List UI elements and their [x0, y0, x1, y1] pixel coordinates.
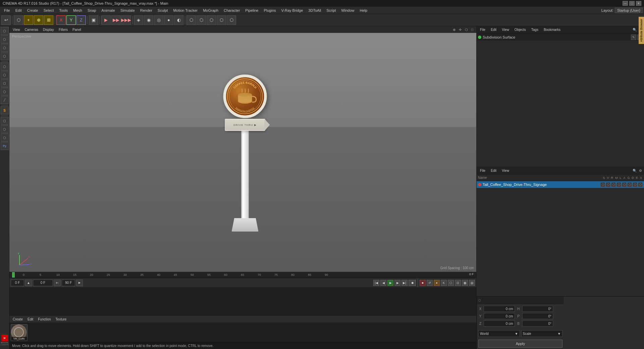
- frame-end-btn[interactable]: ▶|: [54, 280, 61, 286]
- close-button[interactable]: ✕: [636, 1, 641, 6]
- sidebar-tool-1[interactable]: ⬡: [1, 27, 9, 35]
- y-axis-button[interactable]: Y: [66, 15, 76, 25]
- menu-simulate[interactable]: Simulate: [118, 8, 138, 13]
- menu-script[interactable]: Script: [324, 8, 338, 13]
- move-button[interactable]: ⊕: [34, 15, 43, 25]
- vp-menu-panel[interactable]: Panel: [70, 27, 83, 32]
- menu-3dtoall[interactable]: 3DToAll: [306, 8, 324, 13]
- render-viewport-button[interactable]: ▶▶: [111, 15, 121, 25]
- panel-file-menu[interactable]: File: [478, 27, 487, 32]
- obj-icon-2[interactable]: ⬡: [606, 182, 610, 187]
- objects-edit-menu[interactable]: Edit: [489, 168, 498, 173]
- maximize-button[interactable]: □: [629, 1, 635, 6]
- timeline-start-marker[interactable]: [12, 272, 15, 278]
- sidebar-tool-s[interactable]: S: [1, 106, 9, 114]
- menu-vray[interactable]: V-Ray Bridge: [279, 8, 306, 13]
- sidebar-tool-8[interactable]: ⬡: [1, 88, 9, 96]
- vp-icon-1[interactable]: ⊕: [451, 27, 457, 32]
- objects-file-menu[interactable]: File: [478, 168, 487, 173]
- stop-button[interactable]: ■: [420, 280, 426, 286]
- timeline-keyframe-area[interactable]: [9, 287, 476, 315]
- coord-mode-dropdown[interactable]: Scale ▼: [521, 330, 563, 337]
- obj-icon-5[interactable]: ⬡: [622, 182, 627, 187]
- record-button[interactable]: ⏺: [409, 280, 416, 286]
- coords-panel-toggle[interactable]: ⬡: [478, 299, 481, 302]
- end-frame-field[interactable]: 90 F: [62, 280, 75, 286]
- coord-z-pos-field[interactable]: 0 cm: [484, 320, 515, 327]
- sidebar-tool-3[interactable]: ⬡: [1, 44, 9, 52]
- menu-edit[interactable]: Edit: [13, 8, 24, 13]
- attribute-browser-tab[interactable]: Attribute Browser: [639, 17, 644, 44]
- coord-system-dropdown[interactable]: World ▼: [478, 330, 520, 337]
- object-row-main[interactable]: Tall_Coffee_Shop_Drive-Thru_Signage ⬡ ⬡ …: [477, 181, 644, 188]
- frame-end-adj[interactable]: ▶: [76, 280, 83, 286]
- undo-button[interactable]: ↩: [1, 15, 11, 25]
- sidebar-tool-7[interactable]: ⬡: [1, 79, 9, 87]
- display-mode-1[interactable]: ◈: [134, 15, 143, 25]
- render-region-button[interactable]: ▶: [101, 15, 111, 25]
- menu-mesh[interactable]: Mesh: [70, 8, 85, 13]
- sidebar-tool-paint[interactable]: ⬡: [1, 117, 9, 125]
- timeline-layout-button[interactable]: ▤: [469, 280, 475, 286]
- obj-icon-3[interactable]: ⬡: [611, 182, 616, 187]
- mat-menu-function[interactable]: Function: [36, 317, 53, 322]
- workplane-button[interactable]: ⬡: [207, 15, 216, 25]
- obj-icon-8[interactable]: ⬡: [638, 182, 643, 187]
- vp-icon-maximize[interactable]: □: [470, 27, 475, 32]
- obj-icon-1[interactable]: ⬡: [600, 182, 605, 187]
- coord-p-field[interactable]: 0°: [522, 313, 553, 319]
- panel-edit-menu[interactable]: Edit: [489, 27, 498, 32]
- sidebar-tool-sculpt[interactable]: ⬡: [1, 125, 9, 133]
- vp-menu-view[interactable]: View: [11, 27, 22, 32]
- display-mode-3[interactable]: ◎: [154, 15, 163, 25]
- layout-selector[interactable]: Layout: Startup (User): [601, 8, 643, 13]
- z-axis-button[interactable]: Z: [76, 15, 86, 25]
- menu-plugins[interactable]: Plugins: [261, 8, 278, 13]
- loop-button[interactable]: ↺: [427, 280, 433, 286]
- panel-bookmarks-menu[interactable]: Bookmarks: [542, 27, 562, 32]
- x-axis-button[interactable]: X: [56, 15, 66, 25]
- coord-y-pos-field[interactable]: 0 cm: [484, 313, 515, 319]
- obj-icon-7[interactable]: ⬡: [633, 182, 637, 187]
- sidebar-tool-6[interactable]: ⬡: [1, 71, 9, 79]
- scale-button[interactable]: ⊞: [44, 15, 53, 25]
- panel-objects-menu[interactable]: Objects: [513, 27, 528, 32]
- material-slot-1[interactable]: VR_Coffe: [11, 324, 28, 341]
- menu-file[interactable]: File: [1, 8, 13, 13]
- viewport[interactable]: View Cameras Display Filters Panel ⊕ ✢ ⬡…: [9, 26, 476, 272]
- mat-menu-create[interactable]: Create: [11, 317, 25, 322]
- menu-mograph[interactable]: MoGraph: [200, 8, 221, 13]
- panel-search-icon[interactable]: 🔍: [632, 27, 637, 32]
- timeline-settings-button[interactable]: ⬡: [448, 280, 454, 286]
- sidebar-tool-mix[interactable]: ⬡: [1, 134, 9, 142]
- menu-motion-tracker[interactable]: Motion Tracker: [170, 8, 200, 13]
- sidebar-tool-python[interactable]: Py: [1, 142, 9, 150]
- record-all-button[interactable]: ●: [434, 280, 440, 286]
- menu-render[interactable]: Render: [138, 8, 155, 13]
- menu-character[interactable]: Character: [221, 8, 243, 13]
- menu-window[interactable]: Window: [338, 8, 357, 13]
- timeline-options-button[interactable]: ⊡: [455, 280, 461, 286]
- mat-menu-edit[interactable]: Edit: [25, 317, 35, 322]
- sidebar-tool-4[interactable]: ⬡: [1, 52, 9, 60]
- display-mode-5[interactable]: ◐: [174, 15, 183, 25]
- prev-frame-button[interactable]: ◀: [380, 280, 386, 286]
- add-button[interactable]: +: [24, 15, 33, 25]
- snapping-options[interactable]: ⬡: [197, 15, 206, 25]
- menu-create[interactable]: Create: [24, 8, 41, 13]
- next-frame-button[interactable]: ▶: [394, 280, 400, 286]
- panel-view-menu[interactable]: View: [500, 27, 511, 32]
- display-mode-2[interactable]: ◉: [144, 15, 153, 25]
- viewport-canvas[interactable]: COFFEE BARINJI BARISTA COFFEE: [9, 33, 476, 272]
- vp-icon-2[interactable]: ✢: [458, 27, 463, 32]
- panel-tags-menu[interactable]: Tags: [529, 27, 540, 32]
- menu-tools[interactable]: Tools: [56, 8, 70, 13]
- new-object-button[interactable]: ⬡: [14, 15, 23, 25]
- vp-menu-display[interactable]: Display: [41, 27, 56, 32]
- subdiv-icon-1[interactable]: ✎: [631, 35, 636, 40]
- apply-button[interactable]: Apply: [478, 340, 562, 348]
- extra-tool[interactable]: ⬡: [227, 15, 236, 25]
- objects-settings-icon[interactable]: ⚙: [638, 168, 643, 173]
- frame-input[interactable]: 0 F: [33, 280, 53, 286]
- layout-value[interactable]: Startup (User): [615, 8, 643, 13]
